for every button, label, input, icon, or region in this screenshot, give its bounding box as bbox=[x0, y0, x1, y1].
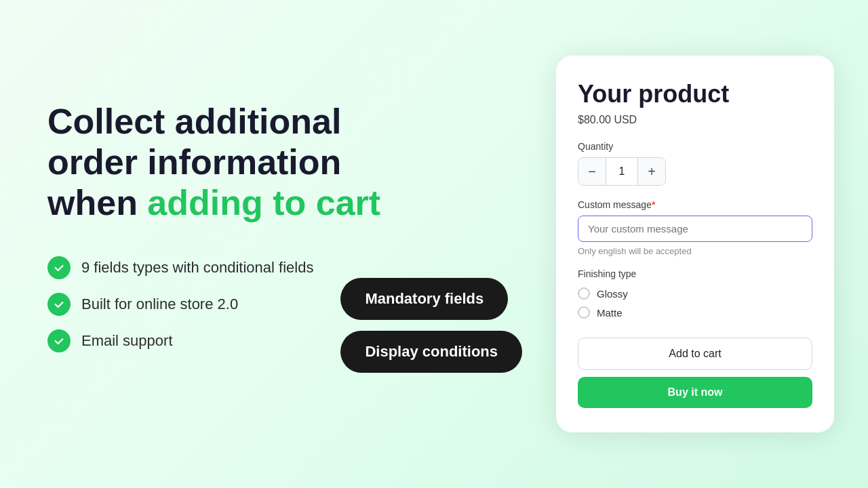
product-title: Your product bbox=[578, 80, 812, 108]
feature-text: Built for online store 2.0 bbox=[81, 296, 238, 313]
check-icon bbox=[47, 256, 71, 279]
radio-circle-matte bbox=[578, 306, 590, 319]
quantity-decrease-button[interactable]: − bbox=[578, 158, 606, 185]
radio-label-glossy: Glossy bbox=[597, 288, 628, 300]
headline-highlight: adding to cart bbox=[147, 183, 380, 222]
quantity-label: Quantity bbox=[578, 141, 812, 152]
finishing-type-options: Glossy Matte bbox=[578, 287, 812, 319]
check-icon bbox=[47, 329, 71, 352]
quantity-control: − 1 + bbox=[578, 157, 666, 186]
quantity-increase-button[interactable]: + bbox=[638, 158, 665, 185]
buy-now-button[interactable]: Buy it now bbox=[578, 377, 812, 408]
radio-label-matte: Matte bbox=[597, 307, 623, 319]
custom-message-input[interactable] bbox=[578, 216, 812, 242]
radio-option-glossy[interactable]: Glossy bbox=[578, 287, 812, 300]
product-price: $80.00 USD bbox=[578, 114, 812, 126]
custom-message-hint: Only english will be accepted bbox=[578, 246, 812, 256]
required-marker: * bbox=[652, 199, 655, 210]
radio-circle-glossy bbox=[578, 287, 590, 300]
add-to-cart-button[interactable]: Add to cart bbox=[578, 338, 812, 370]
headline-line2: order information bbox=[47, 142, 341, 182]
headline: Collect additional order information whe… bbox=[47, 102, 502, 223]
finishing-type-label: Finishing type bbox=[578, 268, 812, 279]
display-conditions-pill[interactable]: Display conditions bbox=[340, 331, 522, 373]
list-item: 9 fields types with conditional fields bbox=[47, 256, 502, 279]
product-card: Your product $80.00 USD Quantity − 1 + C… bbox=[556, 56, 834, 432]
radio-option-matte[interactable]: Matte bbox=[578, 306, 812, 319]
feature-text: Email support bbox=[81, 332, 173, 350]
left-section: Collect additional order information whe… bbox=[0, 61, 542, 426]
headline-line1: Collect additional bbox=[47, 102, 341, 141]
custom-message-label: Custom message* bbox=[578, 199, 812, 210]
feature-text: 9 fields types with conditional fields bbox=[81, 259, 313, 277]
right-section: Your product $80.00 USD Quantity − 1 + C… bbox=[542, 35, 868, 453]
quantity-value: 1 bbox=[606, 158, 638, 185]
mandatory-fields-pill[interactable]: Mandatory fields bbox=[340, 278, 508, 320]
headline-line3-prefix: when bbox=[47, 183, 147, 222]
pills-container: Mandatory fields Display conditions bbox=[340, 278, 522, 373]
check-icon bbox=[47, 293, 71, 316]
